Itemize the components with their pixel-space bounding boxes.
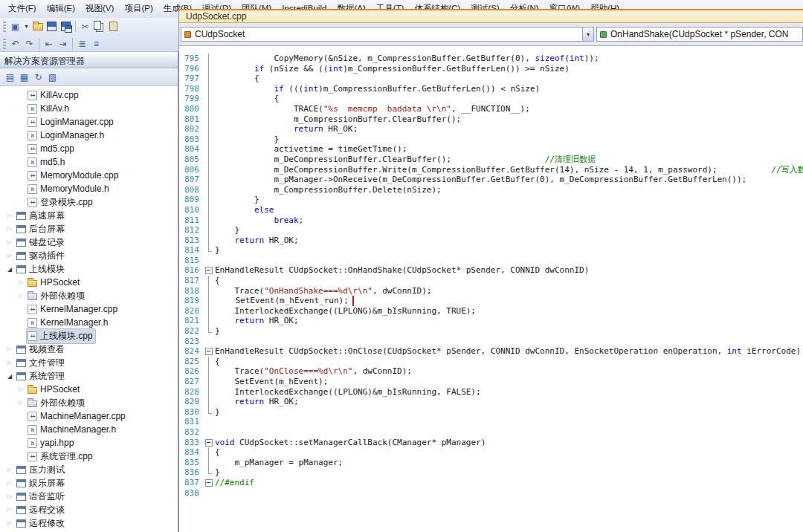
expand-arrow-icon[interactable]: ▷ xyxy=(16,293,26,299)
expand-arrow-icon[interactable]: ▷ xyxy=(4,520,15,526)
tree-item-娱乐屏幕[interactable]: ▷娱乐屏幕 xyxy=(0,476,178,490)
line-number[interactable]: 810 xyxy=(179,205,204,215)
line-number[interactable]: 826 xyxy=(179,366,204,377)
expand-arrow-icon[interactable]: ▷ xyxy=(4,213,15,218)
outdent-icon[interactable]: ⇤ xyxy=(42,37,55,50)
code-line-838[interactable]: 838 xyxy=(179,488,803,499)
code-line-826[interactable]: 826 Trace("OnClose===%d\r\n", dwConnID); xyxy=(179,366,803,377)
copy-icon[interactable] xyxy=(93,20,106,33)
code-line-833[interactable]: 833void CUdpSocket::setManagerCallBack(C… xyxy=(179,438,803,448)
code-line-822[interactable]: 822} xyxy=(179,326,803,337)
code-line-807[interactable]: 807 m_pManager->OnReceive(m_DeCompressio… xyxy=(179,175,803,185)
line-number[interactable]: 815 xyxy=(179,256,204,266)
tree-item-md5.h[interactable]: hmd5.h xyxy=(0,155,178,169)
line-number[interactable]: 818 xyxy=(179,286,204,296)
line-number[interactable]: 825 xyxy=(179,357,204,367)
code-line-835[interactable]: 835 m_pManager = pManager; xyxy=(179,458,803,468)
line-number[interactable]: 816 xyxy=(179,265,204,276)
line-number[interactable]: 832 xyxy=(179,427,204,438)
code-line-823[interactable]: 823 xyxy=(179,337,803,347)
line-number[interactable]: 805 xyxy=(179,155,204,165)
menu-item-编辑(E)[interactable]: 编辑(E) xyxy=(42,1,80,16)
properties-icon[interactable]: ▤ xyxy=(4,71,16,83)
code-line-810[interactable]: 810 else xyxy=(179,205,803,215)
code-line-803[interactable]: 803 } xyxy=(179,134,803,145)
line-number[interactable]: 836 xyxy=(179,467,204,478)
line-number[interactable]: 801 xyxy=(179,114,204,125)
code-line-814[interactable]: 814} xyxy=(179,245,803,256)
line-number[interactable]: 831 xyxy=(179,417,204,427)
expand-arrow-icon[interactable]: ▷ xyxy=(16,386,26,392)
tree-item-登录模块.cpp[interactable]: ++登录模块.cpp xyxy=(0,195,178,209)
expand-arrow-icon[interactable]: ▷ xyxy=(4,507,15,513)
toolbar-dropdown-icon[interactable]: ▾ xyxy=(23,20,30,33)
save-icon[interactable] xyxy=(45,20,58,33)
tree-item-KillAv.h[interactable]: hKillAv.h xyxy=(0,102,178,115)
tree-item-MachineManager.cpp[interactable]: ++MachineManager.cpp xyxy=(0,409,178,423)
expand-arrow-icon[interactable]: ▷ xyxy=(4,239,15,245)
code-editor[interactable]: 795 CopyMemory(&nSize, m_CompressionBuff… xyxy=(179,46,803,532)
line-number[interactable]: 820 xyxy=(179,306,204,317)
expand-arrow-icon[interactable]: ▷ xyxy=(4,253,15,259)
code-line-816[interactable]: 816EnHandleResult CUdpSocket::OnHandShak… xyxy=(179,265,803,276)
line-number[interactable]: 795 xyxy=(179,53,204,64)
expand-arrow-icon[interactable]: ▷ xyxy=(4,360,15,366)
line-number[interactable]: 802 xyxy=(179,124,204,134)
line-number[interactable]: 807 xyxy=(179,175,204,185)
code-line-834[interactable]: 834{ xyxy=(179,447,803,458)
tree-item-远程交谈[interactable]: ▷远程交谈 xyxy=(0,503,178,516)
line-number[interactable]: 823 xyxy=(179,337,204,347)
expand-arrow-icon[interactable]: ▷ xyxy=(4,346,15,352)
line-number[interactable]: 799 xyxy=(179,94,204,104)
expand-arrow-icon[interactable]: ▷ xyxy=(16,400,26,406)
code-line-831[interactable]: 831 xyxy=(179,417,803,427)
line-number[interactable]: 822 xyxy=(179,326,204,337)
tree-item-远程修改[interactable]: ▷远程修改 xyxy=(0,516,178,530)
tree-item-高速屏幕[interactable]: ▷高速屏幕 xyxy=(0,209,178,222)
tree-item-后台屏幕[interactable]: ▷后台屏幕 xyxy=(0,222,178,236)
code-line-829[interactable]: 829 return HR_OK; xyxy=(179,397,803,407)
collapse-box-icon[interactable] xyxy=(204,438,215,448)
tree-item-MemoryModule.h[interactable]: hMemoryModule.h xyxy=(0,182,178,195)
code-line-815[interactable]: 815 xyxy=(179,256,803,266)
code-line-825[interactable]: 825{ xyxy=(179,357,803,367)
tree-item-LoginManager.cpp[interactable]: ++LoginManager.cpp xyxy=(0,115,178,129)
menu-item-文件(F)[interactable]: 文件(F) xyxy=(3,1,42,16)
line-number[interactable]: 819 xyxy=(179,296,204,306)
line-number[interactable]: 827 xyxy=(179,377,204,387)
line-number[interactable]: 811 xyxy=(179,215,204,226)
code-line-796[interactable]: 796 if (nSize && ((int)m_CompressionBuff… xyxy=(179,64,803,74)
code-line-819[interactable]: 819 SetEvent(m_hEvent_run); xyxy=(179,296,803,306)
line-number[interactable]: 835 xyxy=(179,458,204,468)
tree-item-文件管理[interactable]: ▷文件管理 xyxy=(0,356,178,369)
line-number[interactable]: 806 xyxy=(179,165,204,175)
open-file-icon[interactable] xyxy=(31,20,44,33)
line-number[interactable]: 808 xyxy=(179,185,204,195)
code-line-828[interactable]: 828 InterlockedExchange((LPLONG)&m_bIsRu… xyxy=(179,387,803,398)
line-number[interactable]: 821 xyxy=(179,316,204,326)
types-dropdown[interactable]: CUdpSocket ▾ xyxy=(181,27,594,42)
expand-arrow-icon[interactable]: ▷ xyxy=(16,279,26,285)
tree-item-上线模块.cpp[interactable]: ++上线模块.cpp xyxy=(0,329,178,343)
code-line-817[interactable]: 817{ xyxy=(179,276,803,286)
indent-icon[interactable]: ⇥ xyxy=(57,37,69,50)
code-line-813[interactable]: 813 return HR_OK; xyxy=(179,236,803,246)
collapse-box-icon[interactable] xyxy=(204,478,215,488)
code-line-818[interactable]: 818 Trace("OnHandShake===%d\r\n", dwConn… xyxy=(179,286,803,296)
code-line-801[interactable]: 801 m_CompressionBuffer.ClearBuffer(); xyxy=(179,114,803,125)
tree-item-yapi.hpp[interactable]: hyapi.hpp xyxy=(0,436,178,450)
line-number[interactable]: 828 xyxy=(179,387,204,398)
line-number[interactable]: 829 xyxy=(179,397,204,407)
tree-item-MachineManager.h[interactable]: hMachineManager.h xyxy=(0,423,178,436)
code-line-806[interactable]: 806 m_DeCompressionBuffer.Write(m_Compre… xyxy=(179,165,803,175)
tab-udpsocket[interactable]: UdpSocket.cpp xyxy=(186,11,246,22)
expand-arrow-icon[interactable]: ▷ xyxy=(4,480,15,486)
expand-arrow-icon[interactable]: ▷ xyxy=(4,467,15,473)
code-line-837[interactable]: 837//#endif xyxy=(179,478,803,488)
expand-arrow-icon[interactable]: ▷ xyxy=(4,493,15,499)
members-dropdown[interactable]: OnHandShake(CUdpSocket * pSender, CON xyxy=(596,27,803,42)
navigate-backward-icon[interactable]: ↶ xyxy=(9,37,22,50)
code-line-795[interactable]: 795 CopyMemory(&nSize, m_CompressionBuff… xyxy=(179,53,803,64)
line-number[interactable]: 804 xyxy=(179,144,204,155)
line-number[interactable]: 833 xyxy=(179,438,204,448)
